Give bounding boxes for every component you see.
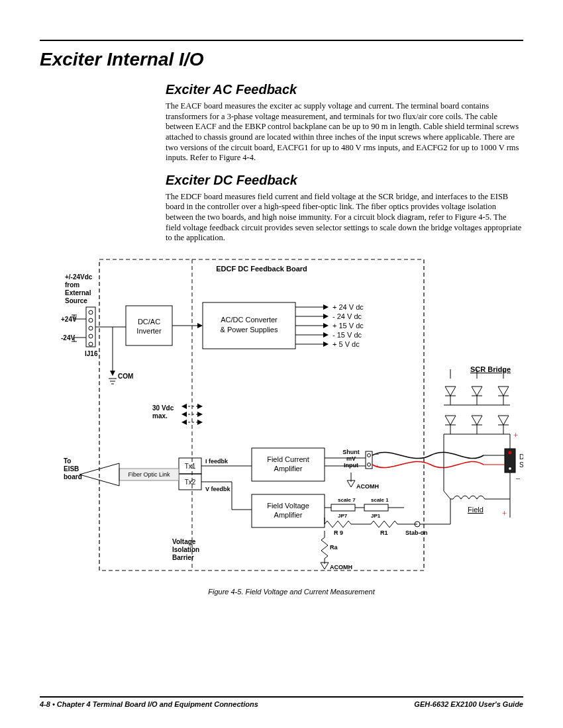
svg-marker-38 — [323, 341, 329, 347]
footer-left: 4-8 • Chapter 4 Terminal Board I/O and E… — [40, 700, 258, 708]
scr-label: SCR Bridge — [470, 365, 511, 373]
shunt-l3: Input — [344, 462, 358, 469]
svg-marker-91 — [498, 387, 509, 396]
svg-point-2 — [89, 310, 93, 314]
fva-l2: Amplifier — [274, 511, 303, 519]
ext-l2: from — [65, 281, 79, 289]
page-footer: 4-8 • Chapter 4 Terminal Board I/O and E… — [40, 696, 523, 708]
conv-l1: AC/DC Converter — [221, 316, 278, 324]
thirty-l2: max. — [152, 412, 168, 420]
svg-marker-23 — [197, 323, 203, 328]
com: COM — [118, 373, 133, 380]
section-ac-text: The EACF board measures the exciter ac s… — [166, 101, 523, 163]
svg-point-63 — [368, 463, 371, 466]
voltage-rails: + 24 V dc - 24 V dc + 15 V dc - 15 V dc … — [295, 303, 364, 348]
svg-marker-26 — [323, 304, 329, 310]
fca-l2: Amplifier — [274, 465, 303, 473]
svg-marker-17 — [110, 371, 115, 376]
vib-l1: Voltage — [172, 538, 196, 545]
ext-l3: External — [65, 289, 91, 296]
svg-marker-42 — [181, 404, 187, 409]
vib-l3: Barrier — [172, 554, 194, 561]
r1l: R1 — [380, 529, 388, 536]
dcshunt-l2: Shunt — [519, 461, 523, 469]
inverter-l2: Inverter — [136, 327, 162, 335]
svg-text:+ 24  V dc: + 24 V dc — [333, 303, 364, 311]
section-ac-heading: Exciter AC Feedback — [166, 82, 523, 97]
svg-text:- 15  V dc: - 15 V dc — [333, 331, 362, 339]
svg-text:−: − — [515, 474, 520, 484]
svg-point-6 — [89, 342, 93, 346]
ifb: I feedbk — [205, 458, 229, 465]
to3: board — [64, 473, 82, 480]
svg-marker-35 — [323, 332, 329, 338]
figure-4-5: EDCF DC Feedback Board +/-24Vdc from Ext… — [60, 253, 523, 596]
svg-marker-100 — [498, 416, 509, 425]
to2: EISB — [64, 465, 79, 473]
figure-caption: Figure 4-5. Field Voltage and Current Me… — [60, 588, 523, 596]
ij16: IJ16 — [85, 350, 98, 357]
svg-marker-87 — [472, 387, 482, 396]
svg-point-62 — [368, 453, 371, 457]
field-label: Field — [468, 506, 484, 514]
svg-point-109 — [509, 467, 512, 470]
section-dc-heading: Exciter DC Feedback — [166, 173, 523, 188]
ra: Ra — [330, 544, 338, 551]
vib-l2: Isolation — [172, 546, 199, 553]
tx2: Tx2 — [185, 478, 196, 486]
svg-marker-83 — [445, 387, 456, 396]
minus24: -24V — [61, 334, 75, 341]
svg-marker-46 — [197, 412, 203, 417]
ext-l1: +/-24Vdc — [65, 273, 93, 281]
stabon: Stab-on — [405, 529, 428, 536]
svg-marker-94 — [445, 416, 456, 425]
svg-marker-29 — [323, 314, 329, 319]
svg-line-121 — [444, 491, 450, 499]
svg-marker-48 — [181, 420, 187, 425]
svg-point-108 — [509, 451, 512, 454]
svg-text:- 24  V dc: - 24 V dc — [333, 312, 362, 320]
scr-bridge — [444, 369, 510, 434]
shunt-l2: mV — [346, 455, 356, 462]
svg-point-3 — [89, 318, 93, 322]
r9: R 9 — [334, 529, 343, 536]
scale7: scale 7 — [338, 497, 356, 503]
svg-marker-45 — [181, 412, 187, 417]
svg-rect-1 — [86, 307, 95, 347]
inverter-l1: DC/AC — [138, 318, 160, 326]
fca-l1: Field Current — [267, 455, 309, 463]
section-dc-text: The EDCF board measures field current an… — [166, 192, 523, 244]
footer-right: GEH-6632 EX2100 User's Guide — [414, 700, 523, 708]
acomh1: ACOMH — [356, 483, 379, 490]
svg-text:+: + — [502, 508, 507, 518]
scale1: scale 1 — [371, 497, 389, 503]
dcshunt-l1: DC — [519, 453, 523, 461]
fva-l1: Field Voltage — [267, 502, 309, 510]
fol: Fiber Optic Link — [128, 471, 170, 478]
page-title: Exciter Internal I/O — [40, 49, 523, 70]
vfb: V feedbk — [205, 486, 231, 492]
svg-marker-97 — [472, 416, 482, 425]
shunt-l1: Shunt — [342, 449, 360, 455]
svg-marker-32 — [323, 323, 329, 328]
svg-rect-70 — [331, 504, 355, 511]
svg-marker-43 — [197, 404, 203, 409]
svg-point-5 — [89, 334, 93, 338]
thirty-l1: 30 Vdc — [152, 404, 174, 412]
svg-rect-21 — [126, 306, 172, 345]
board-title: EDCF DC Feedback Board — [216, 265, 307, 273]
jp7: JP7 — [338, 513, 348, 519]
conv-l2: & Power Supplies — [221, 326, 278, 334]
svg-text:+: + — [513, 430, 518, 440]
svg-rect-71 — [364, 504, 388, 511]
ext-l4: Source — [65, 297, 87, 304]
svg-text:+  5  V dc: + 5 V dc — [333, 340, 360, 348]
svg-text:+ 15  V dc: + 15 V dc — [333, 322, 364, 330]
svg-marker-49 — [197, 420, 203, 425]
svg-point-4 — [89, 326, 93, 330]
tx1: Tx1 — [185, 463, 196, 470]
to1: To — [64, 457, 71, 465]
jp1: JP1 — [371, 513, 381, 519]
acomh2: ACOMH — [330, 564, 352, 570]
